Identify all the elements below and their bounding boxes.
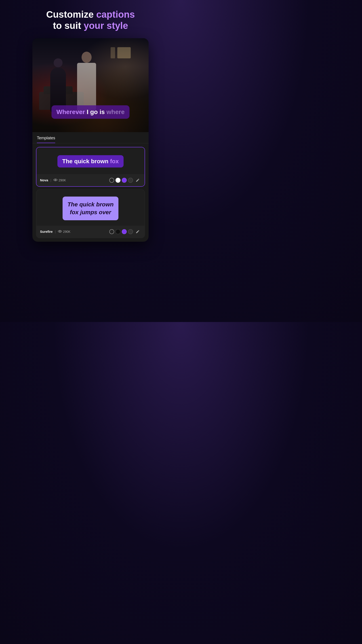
surefire-swatch-1[interactable] [109, 229, 114, 234]
window-light-1 [117, 47, 131, 58]
templates-list: The quick brown fox Nova | 290K [32, 143, 149, 242]
header-section: Customize captions to suit your style [46, 9, 135, 32]
nova-swatch-4[interactable] [128, 178, 133, 183]
nova-caption-text1: The quick brown [62, 158, 110, 164]
window-light-2 [111, 47, 115, 58]
caption-word-1: Wherever [56, 108, 85, 116]
surefire-preview: The quick brownfox jumps over [36, 190, 145, 226]
template-card-surefire[interactable]: The quick brownfox jumps over Surefire | [36, 190, 145, 238]
nova-views-count: 290K [58, 178, 66, 182]
surefire-divider: | [55, 230, 56, 234]
surefire-swatch-3[interactable] [122, 229, 127, 234]
title-line2-normal: to suit [53, 20, 84, 31]
surefire-swatches [109, 228, 141, 235]
page-title: Customize captions to suit your style [46, 9, 135, 32]
nova-views: 290K [53, 178, 66, 182]
surefire-eye-icon [58, 230, 62, 234]
surefire-name: Surefire [40, 230, 53, 234]
nova-name: Nova [40, 178, 48, 182]
nova-swatch-3[interactable] [122, 178, 127, 183]
nova-info: Nova | 290K [40, 178, 66, 182]
template-card-nova[interactable]: The quick brown fox Nova | 290K [36, 147, 145, 187]
svg-point-1 [59, 231, 60, 232]
nova-divider: | [50, 178, 51, 182]
surefire-views: 290K [58, 230, 70, 234]
surefire-caption: The quick brownfox jumps over [62, 196, 119, 220]
surefire-views-count: 290K [63, 230, 70, 234]
nova-swatch-1[interactable] [109, 178, 114, 183]
svg-point-0 [55, 179, 56, 180]
caption-word-3: where [107, 108, 125, 116]
surefire-edit-button[interactable] [134, 228, 141, 235]
surefire-footer: Surefire | 290K [36, 226, 145, 238]
caption-word-2: I go is [85, 108, 106, 116]
surefire-swatch-4[interactable] [128, 229, 133, 234]
surefire-swatch-2[interactable] [115, 229, 120, 234]
surefire-info: Surefire | 290K [40, 230, 70, 234]
tabs-bar: Templates [32, 132, 149, 143]
nova-caption: The quick brown fox [57, 155, 124, 168]
nova-edit-button[interactable] [134, 177, 141, 184]
nova-preview: The quick brown fox [36, 147, 145, 174]
title-line1-normal: Customize [46, 9, 96, 20]
eye-icon [53, 178, 57, 182]
phone-card: Wherever I go is where Templates The qui… [32, 38, 149, 242]
nova-swatches [109, 177, 141, 184]
title-line2-highlight: your style [84, 20, 128, 31]
nova-swatch-2[interactable] [115, 178, 120, 183]
title-line1-highlight: captions [96, 9, 135, 20]
video-caption-overlay: Wherever I go is where [51, 105, 129, 119]
nova-footer: Nova | 290K [36, 174, 145, 186]
nova-caption-fox: fox [110, 158, 119, 164]
video-preview: Wherever I go is where [32, 38, 149, 132]
tab-templates[interactable]: Templates [37, 136, 55, 143]
